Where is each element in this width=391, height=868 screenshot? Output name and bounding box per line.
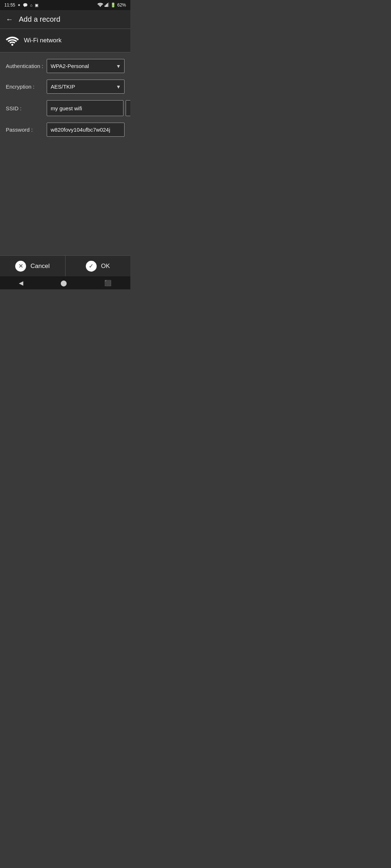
status-right: 🔋 62% — [97, 3, 126, 8]
encryption-row: Encryption : AES/TKIP AES TKIP ▼ — [6, 80, 125, 94]
cancel-icon: ✕ — [15, 261, 26, 272]
password-input[interactable] — [47, 123, 125, 137]
battery-icon: 🔋 — [110, 3, 116, 8]
battery-label: 62% — [117, 3, 126, 8]
svg-rect-3 — [107, 3, 108, 7]
ssid-row: SSID : — [6, 100, 125, 116]
ok-button[interactable]: ✓ OK — [66, 256, 131, 276]
cancel-button[interactable]: ✕ Cancel — [0, 256, 66, 276]
home-icon: ⌂ — [30, 3, 33, 7]
svg-rect-4 — [108, 3, 109, 7]
authentication-row: Authentication : WPA2-Personal WPA3-Pers… — [6, 59, 125, 73]
back-button[interactable]: ← — [6, 15, 13, 24]
bottom-buttons: ✕ Cancel ✓ OK — [0, 255, 130, 276]
wifi-status-icon — [97, 3, 103, 8]
enc-label: Encryption : — [6, 84, 44, 90]
ssid-label: SSID : — [6, 105, 44, 111]
svg-point-5 — [11, 44, 13, 46]
ssid-input-wrapper — [47, 100, 130, 116]
svg-point-0 — [100, 6, 101, 7]
nav-bar: ◀ ⬤ ⬛ — [0, 276, 130, 289]
svg-rect-1 — [105, 5, 106, 7]
svg-rect-2 — [106, 4, 107, 7]
cancel-label: Cancel — [30, 263, 50, 270]
auth-select-wrapper: WPA2-Personal WPA3-Personal WPA-Personal… — [47, 59, 125, 73]
ok-label: OK — [101, 263, 110, 270]
password-label: Password : — [6, 127, 44, 133]
ok-icon: ✓ — [86, 261, 97, 272]
auth-select[interactable]: WPA2-Personal WPA3-Personal WPA-Personal… — [47, 59, 125, 73]
section-title: Wi-Fi network — [24, 37, 62, 44]
status-left: 11:55 ✦ 💬 ⌂ ▣ — [4, 3, 38, 8]
app-bar-title: Add a record — [19, 15, 60, 24]
home-nav-icon[interactable]: ⬤ — [60, 280, 67, 286]
chat-icon: 💬 — [23, 3, 28, 8]
form-body: Authentication : WPA2-Personal WPA3-Pers… — [0, 52, 130, 255]
section-header: Wi-Fi network — [0, 29, 130, 52]
status-bar: 11:55 ✦ 💬 ⌂ ▣ 🔋 62% — [0, 0, 130, 10]
sd-icon: ▣ — [35, 3, 38, 8]
wifi-network-icon — [6, 34, 19, 47]
ssid-search-button[interactable] — [126, 100, 130, 116]
app-bar: ← Add a record — [0, 10, 130, 29]
back-nav-icon[interactable]: ◀ — [19, 280, 23, 286]
notifications-icon: ✦ — [17, 3, 21, 8]
enc-select[interactable]: AES/TKIP AES TKIP — [47, 80, 125, 94]
time-label: 11:55 — [4, 3, 15, 8]
auth-label: Authentication : — [6, 63, 44, 69]
enc-select-wrapper: AES/TKIP AES TKIP ▼ — [47, 80, 125, 94]
password-row: Password : — [6, 123, 125, 137]
signal-icon — [105, 3, 109, 8]
recents-nav-icon[interactable]: ⬛ — [104, 280, 112, 286]
ssid-input[interactable] — [47, 100, 123, 116]
